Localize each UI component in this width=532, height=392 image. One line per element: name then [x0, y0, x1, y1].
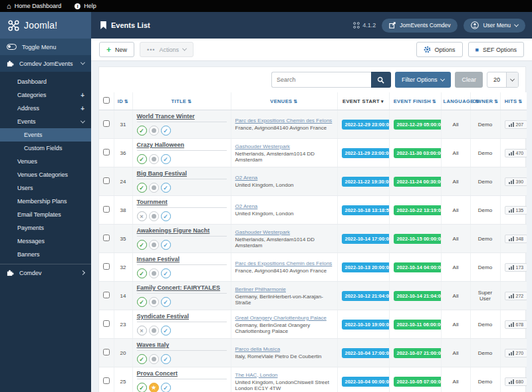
column-header-language[interactable]: LANGUAGE⇅: [441, 92, 470, 110]
published-icon[interactable]: ✓: [137, 297, 147, 307]
sidebar-item-comdev-jomevents[interactable]: Comdev JomEvents: [0, 55, 91, 72]
approved-icon[interactable]: ✓: [161, 126, 171, 136]
approved-icon[interactable]: ✓: [161, 268, 171, 278]
unfeatured-icon[interactable]: [149, 183, 159, 193]
column-header-event-finish[interactable]: EVENT FINISH⇅: [389, 92, 441, 110]
approved-icon[interactable]: ✓: [161, 183, 171, 193]
column-header-hits[interactable]: HITS⇅: [500, 92, 527, 110]
venue-link[interactable]: O2 Arena: [235, 203, 258, 209]
event-title-link[interactable]: Family Concert: FAIRYTALES: [137, 284, 221, 291]
approved-icon[interactable]: ✓: [161, 383, 171, 392]
event-title-link[interactable]: Waves Italy: [137, 342, 170, 348]
row-checkbox[interactable]: [103, 292, 110, 298]
sidebar-item-email-templates[interactable]: Email Templates: [0, 208, 91, 221]
venue-link[interactable]: Parco della Musica: [235, 346, 281, 352]
unfeatured-icon[interactable]: [149, 240, 159, 250]
row-checkbox[interactable]: [103, 120, 110, 127]
event-title-link[interactable]: Awakenings Figure Nacht: [137, 227, 210, 234]
unfeatured-icon[interactable]: [149, 126, 159, 136]
new-button[interactable]: + New: [99, 42, 134, 57]
event-title-link[interactable]: Prova Concert: [137, 370, 178, 377]
published-icon[interactable]: ✓: [137, 240, 147, 250]
actions-dropdown-button[interactable]: ••• Actions: [140, 42, 194, 57]
venue-link[interactable]: O2 Arena: [235, 175, 258, 181]
published-icon[interactable]: ✓: [137, 383, 147, 392]
sidebar-item-membership-plans[interactable]: Membership Plans: [0, 195, 91, 208]
unfeatured-icon[interactable]: [149, 268, 159, 278]
unfeatured-icon[interactable]: [149, 154, 159, 164]
event-title-link[interactable]: Crazy Halloween: [137, 142, 185, 148]
clear-button[interactable]: Clear: [455, 72, 483, 88]
unpublished-icon[interactable]: ×: [137, 326, 147, 336]
column-header-venues[interactable]: VENUES⇅: [231, 92, 337, 110]
unpublished-icon[interactable]: ×: [137, 211, 147, 221]
row-checkbox[interactable]: [103, 235, 110, 241]
event-title-link[interactable]: Big Bang Festival: [137, 170, 188, 177]
toggle-menu-button[interactable]: Toggle Menu: [0, 39, 91, 55]
sidebar-item-venues-categories[interactable]: Venues Categories: [0, 168, 91, 181]
sidebar-item-payments[interactable]: Payments: [0, 221, 91, 235]
sidebar-item-events[interactable]: Events: [0, 115, 91, 128]
options-button[interactable]: Options: [416, 42, 463, 57]
search-input[interactable]: [271, 72, 371, 88]
sidebar-item-comdev[interactable]: Comdev: [0, 264, 91, 281]
joomla-logo[interactable]: Joomla!: [0, 12, 91, 39]
venue-link[interactable]: Gashouder Westerpark: [235, 144, 291, 149]
published-icon[interactable]: ✓: [137, 183, 147, 193]
published-icon[interactable]: ✓: [137, 354, 147, 364]
sidebar-item-events[interactable]: Events: [0, 128, 91, 142]
user-menu-button[interactable]: User Menu: [464, 19, 525, 33]
venue-link[interactable]: The HAC, London: [235, 372, 278, 378]
approved-icon[interactable]: ✓: [161, 326, 171, 336]
sidebar-item-users[interactable]: Users: [0, 181, 91, 195]
approved-icon[interactable]: ✓: [161, 154, 171, 164]
approved-icon[interactable]: ✓: [161, 354, 171, 364]
venue-link[interactable]: Gashouder Westerpark: [235, 229, 291, 235]
row-checkbox[interactable]: [103, 149, 110, 155]
sidebar-item-custom-fields[interactable]: Custom Fields: [0, 142, 91, 155]
row-checkbox[interactable]: [103, 349, 110, 355]
venue-link[interactable]: Berliner Philharmonie: [235, 286, 286, 292]
search-button[interactable]: [371, 72, 391, 88]
published-icon[interactable]: ✓: [137, 126, 147, 136]
row-checkbox[interactable]: [103, 377, 110, 384]
home-dashboard-link[interactable]: ⌂ Home Dashboard: [7, 3, 61, 10]
sidebar-item-venues[interactable]: Venues: [0, 155, 91, 168]
row-checkbox[interactable]: [103, 206, 110, 213]
sef-options-button[interactable]: ■ SEF Options: [468, 42, 524, 57]
approved-icon[interactable]: ✓: [161, 211, 171, 221]
component-menu-button[interactable]: JomEvents Comdev: [382, 19, 458, 33]
help-link[interactable]: i Help: [74, 3, 96, 9]
column-header-owner[interactable]: OWNER⇅: [470, 92, 500, 110]
unfeatured-icon[interactable]: [149, 297, 159, 307]
row-checkbox[interactable]: [103, 177, 110, 184]
venue-link[interactable]: Parc des Expositions Chemin des Felons: [235, 118, 332, 124]
sidebar-item-address[interactable]: Address +: [0, 102, 91, 115]
venue-link[interactable]: Parc des Expositions Chemin des Felons: [235, 260, 332, 266]
approved-icon[interactable]: ✓: [161, 240, 171, 250]
page-size-select[interactable]: 20: [487, 72, 519, 88]
filter-options-button[interactable]: Filter Options: [395, 72, 452, 88]
approved-icon[interactable]: ✓: [161, 297, 171, 307]
event-title-link[interactable]: Insane Festival: [137, 256, 180, 262]
event-title-link[interactable]: Tournment: [137, 199, 168, 205]
sidebar-item-dashboard[interactable]: Dashboard: [0, 75, 91, 88]
venue-link[interactable]: Great Orangery Charlottenburg Palace: [235, 315, 327, 321]
event-title-link[interactable]: World Trance Winter: [137, 113, 195, 120]
column-header-title[interactable]: TITLE⇅: [132, 92, 231, 110]
sidebar-item-messages[interactable]: Messages: [0, 235, 91, 248]
unfeatured-icon[interactable]: [149, 211, 159, 221]
column-header-event-start[interactable]: EVENT START▾: [337, 92, 389, 110]
published-icon[interactable]: ✓: [137, 268, 147, 278]
row-checkbox[interactable]: [103, 320, 110, 327]
column-header-id[interactable]: ID⇅: [114, 92, 132, 110]
published-icon[interactable]: ✓: [137, 154, 147, 164]
unfeatured-icon[interactable]: [149, 326, 159, 336]
featured-icon[interactable]: ★: [149, 383, 159, 392]
unfeatured-icon[interactable]: [149, 354, 159, 364]
event-title-link[interactable]: Syndicate Festival: [137, 313, 190, 320]
row-checkbox[interactable]: [103, 263, 110, 270]
select-all-checkbox[interactable]: [103, 97, 110, 104]
sidebar-item-categories[interactable]: Categories +: [0, 88, 91, 102]
sidebar-item-banners[interactable]: Banners: [0, 248, 91, 261]
